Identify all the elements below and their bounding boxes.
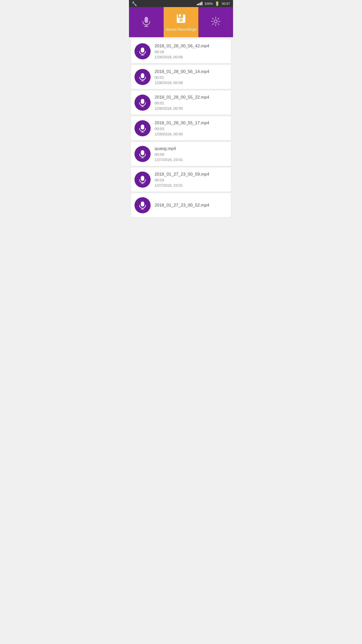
battery-icon: 🔋 bbox=[215, 1, 220, 6]
svg-point-8 bbox=[214, 20, 217, 23]
svg-point-7 bbox=[180, 19, 182, 21]
clock-text: 00:57 bbox=[222, 2, 230, 6]
list-item[interactable]: 2018_01_28_00_55_22.mp4 00:01 1/28/2018,… bbox=[131, 91, 231, 115]
svg-rect-23 bbox=[141, 99, 144, 104]
list-item[interactable]: quang.mp4 00:08 1/27/2018, 23:01 bbox=[131, 142, 231, 166]
recording-duration: 00:08 bbox=[155, 152, 228, 156]
recording-avatar bbox=[134, 197, 151, 213]
recording-duration: 00:01 bbox=[155, 101, 228, 105]
list-item[interactable]: 2018_01_27_23_00_52.mp4 bbox=[131, 193, 231, 217]
recording-name: 2018_01_28_00_55_22.mp4 bbox=[155, 95, 228, 100]
recording-name: 2018_01_28_00_56_42.mp4 bbox=[155, 44, 228, 49]
recording-duration: 00:03 bbox=[155, 178, 228, 182]
svg-line-13 bbox=[212, 18, 213, 19]
recording-date: 1/28/2018, 00:56 bbox=[155, 55, 228, 59]
svg-rect-29 bbox=[141, 150, 144, 155]
wrench-icon: 🔧 bbox=[131, 1, 137, 7]
recording-duration: 00:01 bbox=[155, 75, 228, 79]
recording-avatar bbox=[134, 146, 151, 162]
recording-name: 2018_01_27_23_00_59.mp4 bbox=[155, 172, 228, 177]
recording-date: 1/28/2018, 00:56 bbox=[155, 80, 228, 85]
svg-line-14 bbox=[218, 24, 219, 25]
recording-avatar bbox=[134, 120, 151, 136]
recording-info: 2018_01_28_00_56_14.mp4 00:01 1/28/2018,… bbox=[155, 69, 228, 85]
svg-rect-20 bbox=[141, 73, 144, 78]
microphone-nav-icon bbox=[141, 16, 152, 28]
recording-list: 2018_01_28_00_56_42.mp4 00:16 1/28/2018,… bbox=[129, 37, 233, 219]
svg-line-16 bbox=[212, 24, 213, 25]
recording-name: 2018_01_28_00_56_14.mp4 bbox=[155, 69, 228, 74]
nav-bar: Saved Recordings bbox=[129, 7, 233, 37]
status-bar: 🔧 100% 🔋 00:57 bbox=[129, 0, 233, 7]
list-item[interactable]: 2018_01_28_00_56_14.mp4 00:01 1/28/2018,… bbox=[131, 65, 231, 89]
svg-line-15 bbox=[218, 18, 219, 19]
tab-settings[interactable] bbox=[198, 7, 233, 37]
recording-name: 2018_01_28_00_55_17.mp4 bbox=[155, 120, 228, 126]
list-item[interactable]: 2018_01_27_23_00_59.mp4 00:03 1/27/2018,… bbox=[131, 168, 231, 192]
recording-info: 2018_01_28_00_55_17.mp4 00:03 1/28/2018,… bbox=[155, 120, 228, 136]
gear-nav-icon bbox=[210, 16, 221, 28]
recording-info: 2018_01_28_00_56_42.mp4 00:16 1/28/2018,… bbox=[155, 44, 228, 59]
recording-info: 2018_01_28_00_55_22.mp4 00:01 1/28/2018,… bbox=[155, 95, 228, 110]
svg-rect-35 bbox=[141, 202, 144, 207]
svg-rect-0 bbox=[145, 17, 148, 23]
list-item[interactable]: 2018_01_28_00_56_42.mp4 00:16 1/28/2018,… bbox=[131, 39, 231, 63]
svg-rect-26 bbox=[141, 125, 144, 130]
recording-avatar bbox=[134, 43, 151, 59]
recording-info: 2018_01_27_23_00_59.mp4 00:03 1/27/2018,… bbox=[155, 172, 228, 187]
recording-info: 2018_01_27_23_00_52.mp4 bbox=[155, 203, 228, 208]
save-nav-icon bbox=[175, 13, 187, 26]
svg-rect-17 bbox=[141, 48, 144, 53]
signal-icon bbox=[197, 2, 202, 5]
recording-avatar bbox=[134, 95, 151, 111]
recording-name: 2018_01_27_23_00_52.mp4 bbox=[155, 203, 228, 208]
recording-avatar bbox=[134, 69, 151, 85]
saved-recordings-label: Saved Recordings bbox=[166, 27, 197, 31]
recording-duration: 00:16 bbox=[155, 50, 228, 54]
recording-avatar bbox=[134, 172, 151, 188]
status-bar-wrapper: 🔧 100% 🔋 00:57 bbox=[129, 0, 233, 7]
recording-date: 1/27/2018, 23:01 bbox=[155, 157, 228, 162]
svg-rect-32 bbox=[141, 176, 144, 181]
tab-record[interactable] bbox=[129, 7, 164, 37]
recording-info: quang.mp4 00:08 1/27/2018, 23:01 bbox=[155, 146, 228, 162]
recording-date: 1/28/2018, 00:55 bbox=[155, 132, 228, 136]
recording-name: quang.mp4 bbox=[155, 146, 228, 151]
list-item[interactable]: 2018_01_28_00_55_17.mp4 00:03 1/28/2018,… bbox=[131, 116, 231, 140]
recording-date: 1/27/2018, 23:01 bbox=[155, 183, 228, 187]
recording-date: 1/28/2018, 00:55 bbox=[155, 106, 228, 110]
recording-duration: 00:03 bbox=[155, 127, 228, 131]
tab-saved-recordings[interactable]: Saved Recordings bbox=[164, 7, 198, 37]
svg-rect-5 bbox=[179, 14, 181, 17]
battery-text: 100% bbox=[204, 2, 213, 6]
